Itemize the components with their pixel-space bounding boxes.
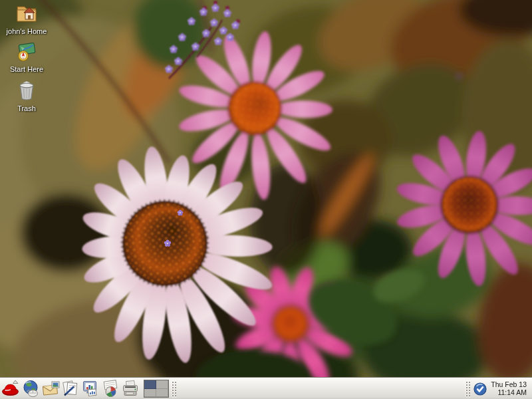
desktop-icon-column: john's Home Start Here: [1, 3, 52, 119]
desktop-icon-start-here[interactable]: Start Here: [1, 42, 52, 73]
wallpaper-photo: [0, 0, 532, 399]
workspace-2[interactable]: [156, 380, 168, 389]
desktop: john's Home Start Here: [0, 0, 532, 399]
home-folder-icon: [14, 3, 39, 27]
desktop-icon-label: Trash: [1, 104, 52, 112]
trash-icon: [17, 80, 37, 104]
start-here-icon: [15, 42, 38, 65]
clock-applet[interactable]: Thu Feb 13 11:14 AM: [491, 381, 527, 396]
desktop-icon-trash[interactable]: Trash: [1, 80, 52, 112]
word-processor-button[interactable]: [61, 379, 81, 399]
red-hat-main-menu-icon: [1, 379, 21, 399]
presentation-chart-icon: [81, 379, 101, 399]
workspace-1[interactable]: [144, 380, 156, 389]
web-browser-globe-icon: [21, 379, 41, 399]
main-menu-button[interactable]: [1, 379, 21, 399]
desktop-icon-label: john's Home: [1, 27, 52, 35]
update-check-icon: [473, 382, 487, 396]
workspace-4[interactable]: [156, 389, 168, 398]
panel-drag-handle-left[interactable]: [171, 380, 176, 398]
workspace-pager: [144, 380, 169, 398]
word-processor-icon: [61, 379, 81, 399]
email-envelope-icon: [41, 379, 61, 399]
spreadsheet-button[interactable]: [101, 379, 121, 399]
clock-date: Thu Feb 13: [491, 381, 527, 389]
printer-icon: [121, 379, 141, 399]
web-browser-button[interactable]: [21, 379, 41, 399]
spreadsheet-piechart-icon: [101, 379, 121, 399]
desktop-icon-johns-home[interactable]: john's Home: [1, 3, 52, 35]
panel-drag-handle-right[interactable]: [465, 380, 470, 398]
email-button[interactable]: [41, 379, 61, 399]
bottom-panel: Thu Feb 13 11:14 AM: [0, 378, 532, 399]
desktop-icon-label: Start Here: [1, 65, 52, 73]
printer-button[interactable]: [121, 379, 141, 399]
clock-time: 11:14 AM: [491, 389, 527, 397]
update-notifier[interactable]: [472, 381, 488, 397]
presentation-button[interactable]: [81, 379, 101, 399]
workspace-3[interactable]: [144, 389, 156, 398]
